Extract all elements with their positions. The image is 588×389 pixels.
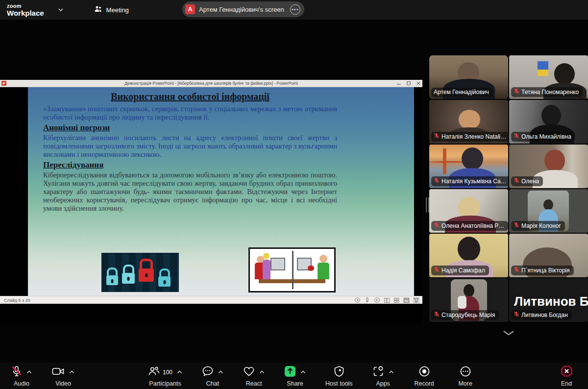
slide-title: Використання особистої інформації xyxy=(43,91,337,102)
participant-name: Стародубець Марія xyxy=(441,312,495,318)
maximize-button[interactable] xyxy=(407,81,411,85)
reading-view-icon[interactable] xyxy=(403,297,410,303)
participants-button[interactable]: 100 Participants xyxy=(148,365,182,387)
participants-label: Participants xyxy=(149,380,181,387)
apps-label: Apps xyxy=(376,380,390,387)
slideshow-view-icon[interactable] xyxy=(413,297,419,303)
video-options-chevron[interactable] xyxy=(69,370,74,374)
participant-tile[interactable]: Тетяна Пономаренко xyxy=(509,55,588,99)
annotate-pen-icon[interactable] xyxy=(364,297,370,303)
chevron-down-icon[interactable] xyxy=(58,8,64,12)
muted-mic-icon xyxy=(514,311,519,318)
video-button[interactable]: Video xyxy=(52,365,74,387)
participant-tile[interactable]: Наталія Зленко Natalii… xyxy=(429,100,508,144)
host-tools-button[interactable]: Host tools xyxy=(325,365,353,387)
end-button[interactable]: End xyxy=(556,365,577,387)
chat-button[interactable]: Chat xyxy=(202,365,223,387)
participant-tile[interactable]: Марія Колоног xyxy=(509,189,588,233)
cyberbullying-cartoon-image xyxy=(248,247,336,292)
audio-button[interactable]: Audio xyxy=(11,365,32,387)
muted-mic-icon xyxy=(434,311,440,318)
slide-paragraph-1: «Зламування» поштових скриньок, серверів… xyxy=(43,105,337,122)
participants-options-chevron[interactable] xyxy=(177,370,182,374)
normal-view-icon[interactable] xyxy=(384,297,390,303)
participant-tile[interactable]: Литвинов Богдан Литвинов Богдан xyxy=(509,278,588,322)
participant-name: Тетяна Пономаренко xyxy=(521,89,579,96)
muted-mic-icon xyxy=(434,222,440,229)
zoom-top-bar: zoom Workplace Meeting A Артем Геннадійо… xyxy=(0,0,588,20)
close-button[interactable] xyxy=(416,81,420,85)
participant-name: Олена xyxy=(521,178,539,185)
participant-name: Олена Анатоліївна Р… xyxy=(441,222,504,229)
participants-icon xyxy=(148,366,160,379)
scroll-participants-button[interactable] xyxy=(497,330,520,336)
shared-screen-pill[interactable]: A Артем Геннадійович's screen ••• xyxy=(182,1,304,17)
slide-heading-3: Переслідування xyxy=(43,160,337,170)
audio-options-chevron[interactable] xyxy=(26,370,32,374)
padlocks-image xyxy=(101,253,179,292)
react-label: React xyxy=(246,380,262,387)
participant-tile[interactable]: Стародубець Марія xyxy=(429,278,508,322)
participant-nametag: Ольга Михайлівна xyxy=(511,132,575,142)
participant-name: Артем Геннадійович xyxy=(434,89,489,96)
muted-mic-icon xyxy=(434,267,440,274)
share-screen-icon xyxy=(284,365,296,379)
meeting-main-area: P Демонстрація PowerPoint - [Кібербезпек… xyxy=(0,20,588,363)
participant-tile[interactable]: Олена xyxy=(509,145,588,188)
participant-tile[interactable]: Наталія Кузьмівна Са… xyxy=(429,145,508,188)
audio-label: Audio xyxy=(14,380,29,387)
participant-nametag: Литвинов Богдан xyxy=(511,310,572,320)
heart-icon xyxy=(243,366,255,379)
apps-icon xyxy=(372,365,384,379)
meeting-controls-toolbar: Audio Video 100 Participants xyxy=(0,363,588,389)
slide-paragraph-2: Кіберхулігани анонімно посилають листи н… xyxy=(43,134,337,159)
chat-options-chevron[interactable] xyxy=(218,370,223,374)
record-label: Record xyxy=(414,380,434,387)
minimize-button[interactable] xyxy=(397,81,401,85)
host-tools-label: Host tools xyxy=(325,380,353,387)
react-button[interactable]: React xyxy=(243,365,265,387)
chat-label: Chat xyxy=(206,380,219,387)
pill-options-icon[interactable]: ••• xyxy=(290,4,300,15)
participant-tile[interactable]: Олена Анатоліївна Р… xyxy=(429,189,508,233)
previous-slide-icon[interactable] xyxy=(354,297,361,303)
participant-nametag: П`ятница Вікторія xyxy=(511,266,574,275)
more-button[interactable]: More xyxy=(455,365,476,387)
powerpoint-statusbar: Слайд 6 з 20 xyxy=(0,296,422,304)
tab-meeting[interactable]: Meeting xyxy=(94,5,129,14)
share-button[interactable]: Share xyxy=(284,365,306,387)
participant-nametag: Стародубець Марія xyxy=(431,310,499,320)
muted-mic-icon xyxy=(514,267,519,274)
muted-mic-icon xyxy=(514,88,519,96)
participant-nametag: Олена xyxy=(511,176,543,186)
meeting-people-icon xyxy=(94,5,102,14)
video-label: Video xyxy=(55,380,71,387)
share-options-chevron[interactable] xyxy=(300,370,306,374)
participant-tile[interactable]: Ольга Михайлівна xyxy=(509,100,588,144)
participant-tile[interactable]: П`ятница Вікторія xyxy=(509,234,588,277)
more-label: More xyxy=(458,380,472,387)
participant-nametag: Марія Колоног xyxy=(511,221,565,231)
powerpoint-window: P Демонстрація PowerPoint - [Кібербезпек… xyxy=(0,80,422,323)
apps-options-chevron[interactable] xyxy=(389,370,394,374)
participant-nametag: Артем Геннадійович xyxy=(431,88,493,97)
participant-tile[interactable]: Надія Самофал xyxy=(429,234,508,277)
muted-mic-icon xyxy=(434,177,440,185)
participant-name: Ольга Михайлівна xyxy=(521,133,571,140)
next-slide-icon[interactable] xyxy=(374,297,380,303)
zoom-workplace-logo: zoom Workplace xyxy=(7,3,44,17)
apps-button[interactable]: Apps xyxy=(372,365,394,387)
react-options-chevron[interactable] xyxy=(259,370,265,374)
participant-display-name: Литвинов Богдан xyxy=(514,294,588,309)
participant-tile[interactable]: Артем Геннадійович xyxy=(429,55,508,99)
participant-name: Надія Самофал xyxy=(441,267,485,274)
participants-count: 100 xyxy=(163,369,172,376)
record-button[interactable]: Record xyxy=(414,365,435,387)
mic-muted-icon xyxy=(11,365,22,379)
chat-icon xyxy=(202,365,214,379)
participants-panel: Артем Геннадійович Тетяна Пономаренко На… xyxy=(429,55,588,336)
shared-screen-label: Артем Геннадійович's screen xyxy=(199,6,284,13)
record-icon xyxy=(418,365,430,379)
slide-sorter-view-icon[interactable] xyxy=(393,297,400,303)
participant-nametag: Надія Самофал xyxy=(431,266,489,275)
